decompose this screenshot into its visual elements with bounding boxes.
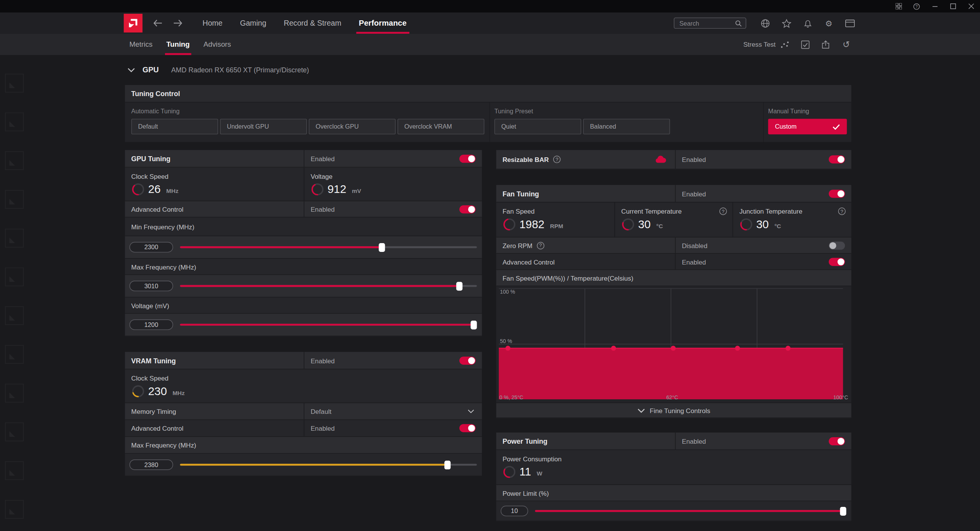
auto-default-button[interactable]: Default [131,119,218,134]
fan-chart-title: Fan Speed(PWM(%)) / Temperature(Celsius) [503,274,634,282]
power-limit-handle[interactable] [840,506,846,515]
voltage-input[interactable] [129,319,173,330]
vram-max-frequency-input[interactable] [129,459,173,470]
vram-max-frequency-handle[interactable] [444,460,450,469]
tab-record-stream[interactable]: Record & Stream [275,13,350,34]
zero-rpm-status: Disabled [682,242,707,249]
search-input[interactable] [675,20,732,26]
vram-advanced-row: Advanced Control Enabled [125,420,482,437]
fine-tuning-controls-button[interactable]: Fine Tuning Controls [496,403,851,418]
voltage-value: 912 [328,183,346,196]
fine-tuning-controls-label: Fine Tuning Controls [650,407,710,414]
tab-home[interactable]: Home [194,13,231,34]
vram-max-frequency-label-row: Max Frequency (MHz) [125,437,482,454]
settings-gear-icon[interactable]: ⚙ [824,18,834,28]
subtab-tuning[interactable]: Tuning [159,34,196,55]
gpu-gauges-row: Clock Speed 26 MHz Voltage 912 mV [125,168,482,201]
voltage-handle[interactable] [471,320,477,329]
back-icon[interactable] [152,18,162,28]
preset-balanced-button[interactable]: Balanced [583,119,670,134]
max-frequency-slider[interactable] [180,285,477,287]
zero-rpm-label: Zero RPM [503,242,532,249]
min-frequency-handle[interactable] [379,243,385,252]
favorites-star-icon[interactable] [781,18,791,28]
notifications-bell-icon[interactable] [802,18,812,28]
gpu-advanced-toggle[interactable] [459,205,475,213]
fan-curve-plot[interactable] [499,288,843,400]
voltage-gauge [310,183,324,196]
memory-timing-dropdown[interactable]: Default [304,403,482,419]
share-profile-icon[interactable] [821,39,831,49]
collapse-chevron-icon[interactable] [127,67,135,72]
manual-custom-button[interactable]: Custom [768,119,847,134]
gpu-tuning-status: Enabled [310,155,335,162]
close-button[interactable] [962,0,980,13]
power-tuning-toggle[interactable] [829,437,845,445]
power-limit-slider[interactable] [535,510,846,512]
resizable-bar-toggle[interactable] [829,155,845,163]
auto-undervolt-gpu-button[interactable]: Undervolt GPU [220,119,307,134]
resizable-bar-panel: Resizable BAR ? Enabled [496,150,851,170]
vram-max-frequency-slider[interactable] [180,464,477,466]
reset-icon[interactable]: ↺ [841,39,851,49]
stress-test-button[interactable]: Stress Test [743,40,789,48]
min-frequency-label-row: Min Frequency (MHz) [125,217,482,236]
power-limit-label: Power Limit (%) [503,489,549,497]
resizable-bar-help-icon[interactable]: ? [553,156,561,163]
x-axis-mid-label: 62°C [666,394,678,400]
vram-tuning-header: VRAM Tuning Enabled [125,352,482,369]
fan-tuning-toggle[interactable] [829,190,845,198]
fan-curve-chart[interactable]: 100 % 50 % 0 %, 25°C 62°C 100°C [496,286,851,403]
voltage-label-row: Voltage (mV) [125,297,482,314]
amd-logo[interactable] [124,14,142,33]
search-icon[interactable] [733,18,743,28]
auto-overclock-gpu-button[interactable]: Overclock GPU [309,119,396,134]
tuning-page: GPU AMD Radeon RX 6650 XT (Primary/Discr… [0,55,980,531]
vram-tuning-toggle[interactable] [459,356,475,364]
tab-gaming[interactable]: Gaming [231,13,275,34]
gpu-section-header[interactable]: GPU AMD Radeon RX 6650 XT (Primary/Discr… [127,65,309,74]
current-temp-gauge [621,217,635,231]
power-tuning-header: Power Tuning Enabled [496,433,851,450]
subtab-metrics[interactable]: Metrics [122,34,159,55]
voltage-slider[interactable] [180,324,477,326]
globe-icon[interactable] [760,18,770,28]
junction-temp-help-icon[interactable]: ? [838,207,846,215]
gpu-tuning-title: GPU Tuning [131,155,170,162]
power-consumption-unit: W [537,470,542,477]
dropdown-chevron-icon[interactable] [467,409,474,413]
performance-subnav: Metrics Tuning Advisors Stress Test ↺ [0,34,980,55]
forward-icon[interactable] [173,18,183,28]
tab-performance[interactable]: Performance [350,13,415,34]
preset-quiet-button[interactable]: Quiet [494,119,581,134]
maximize-button[interactable] [944,0,962,13]
min-frequency-slider[interactable] [180,246,477,248]
subtab-advisors[interactable]: Advisors [197,34,238,55]
max-frequency-handle[interactable] [456,282,462,291]
min-frequency-input[interactable] [129,242,173,253]
zero-rpm-help-icon[interactable]: ? [537,242,544,249]
fan-tuning-header: Fan Tuning Enabled [496,185,851,203]
power-limit-input[interactable] [501,506,528,516]
fan-chart-title-row: Fan Speed(PWM(%)) / Temperature(Celsius) [496,270,851,286]
clock-speed-gauge [131,183,145,196]
advanced-control-status: Enabled [310,205,335,213]
current-temp-help-icon[interactable]: ? [719,207,727,215]
offers-card-icon[interactable] [845,18,855,28]
auto-overclock-vram-button[interactable]: Overclock VRAM [397,119,484,134]
clock-speed-value: 26 [148,183,161,196]
app-grid-icon[interactable] [889,0,907,13]
divider [489,103,490,142]
vram-advanced-toggle[interactable] [459,424,475,432]
resizable-bar-label: Resizable BAR [503,156,549,163]
minimize-button[interactable] [926,0,944,13]
navbar-icons: ⚙ [760,18,855,28]
help-icon[interactable]: ? [908,0,926,13]
max-frequency-input[interactable] [129,281,173,291]
vram-clock-label: Clock Speed [131,374,168,382]
gpu-tuning-toggle[interactable] [459,154,475,162]
tuning-log-icon[interactable] [800,39,810,49]
fan-advanced-toggle[interactable] [829,258,845,266]
power-consumption-label: Power Consumption [503,455,562,463]
zero-rpm-toggle[interactable] [829,241,845,249]
